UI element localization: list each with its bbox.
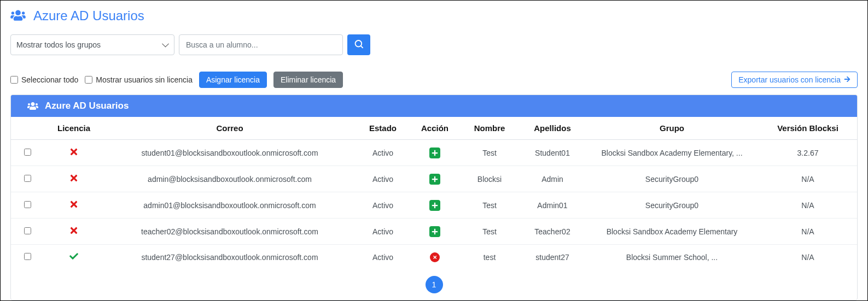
cell-nombre: test xyxy=(459,245,520,270)
select-all-input[interactable] xyxy=(10,76,18,84)
row-checkbox[interactable] xyxy=(24,149,31,156)
row-checkbox[interactable] xyxy=(24,201,31,208)
add-license-button[interactable] xyxy=(429,147,440,158)
card-header: Azure AD Usuarios xyxy=(11,95,857,117)
users-card: Azure AD Usuarios Licencia Correo Estado… xyxy=(10,95,858,300)
cell-apellidos: Admin01 xyxy=(520,192,585,219)
assign-license-button[interactable]: Asignar licencia xyxy=(199,72,267,88)
x-icon xyxy=(69,150,79,158)
remove-license-button[interactable] xyxy=(430,252,440,262)
select-all-label: Seleccionar todo xyxy=(21,75,78,84)
cell-apellidos: student27 xyxy=(520,245,585,270)
cell-correo: teacher02@blocksisandboxoutlook.onmicros… xyxy=(104,219,356,245)
users-icon xyxy=(10,9,26,23)
cell-grupo: SecurityGroup0 xyxy=(585,166,759,192)
th-apellidos: Apellidos xyxy=(520,117,585,140)
arrow-right-icon xyxy=(844,75,850,84)
cell-estado: Activo xyxy=(356,166,410,192)
row-checkbox[interactable] xyxy=(24,227,31,234)
table-row: teacher02@blocksisandboxoutlook.onmicros… xyxy=(11,219,857,245)
cell-version: N/A xyxy=(759,166,857,192)
th-nombre: Nombre xyxy=(459,117,520,140)
show-unlicensed-checkbox[interactable]: Mostrar usuarios sin licencia xyxy=(85,75,193,84)
users-table: Licencia Correo Estado Acción Nombre Ape… xyxy=(11,117,857,269)
show-unlicensed-input[interactable] xyxy=(85,76,92,84)
cell-nombre: Test xyxy=(459,219,520,245)
pagination: 1 xyxy=(11,269,857,300)
cell-estado: Activo xyxy=(356,140,410,166)
th-grupo: Grupo xyxy=(585,117,759,140)
th-accion: Acción xyxy=(410,117,459,140)
check-icon xyxy=(68,253,79,262)
add-license-button[interactable] xyxy=(429,200,440,211)
table-row: student01@blocksisandboxoutlook.onmicros… xyxy=(11,140,857,166)
group-select[interactable]: Mostrar todos los grupos xyxy=(10,34,174,55)
cell-nombre: Blocksi xyxy=(459,166,520,192)
cell-nombre: Test xyxy=(459,140,520,166)
export-licensed-label: Exportar usuarios con licencia xyxy=(738,75,841,84)
th-estado: Estado xyxy=(356,117,410,140)
cell-apellidos: Student01 xyxy=(520,140,585,166)
page-number[interactable]: 1 xyxy=(426,276,443,293)
export-licensed-button[interactable]: Exportar usuarios con licencia xyxy=(731,72,858,88)
search-button[interactable] xyxy=(347,34,370,55)
card-title: Azure AD Usuarios xyxy=(45,101,129,111)
cell-apellidos: Admin xyxy=(520,166,585,192)
table-row: student27@blocksisandboxoutlook.onmicros… xyxy=(11,245,857,270)
cell-version: 3.2.67 xyxy=(759,140,857,166)
cell-correo: admin01@blocksisandboxoutlook.onmicrosof… xyxy=(104,192,356,219)
search-input[interactable] xyxy=(179,34,343,55)
cell-grupo: SecurityGroup0 xyxy=(585,192,759,219)
cell-estado: Activo xyxy=(356,192,410,219)
cell-nombre: Test xyxy=(459,192,520,219)
add-license-button[interactable] xyxy=(429,226,440,237)
select-all-checkbox[interactable]: Seleccionar todo xyxy=(10,75,78,84)
cell-correo: student27@blocksisandboxoutlook.onmicros… xyxy=(104,245,356,270)
page-title: Azure AD Usuarios xyxy=(33,8,144,23)
table-row: admin01@blocksisandboxoutlook.onmicrosof… xyxy=(11,192,857,219)
remove-license-button[interactable]: Eliminar licencia xyxy=(273,72,343,88)
cell-correo: student01@blocksisandboxoutlook.onmicros… xyxy=(104,140,356,166)
users-icon xyxy=(27,102,38,110)
cell-apellidos: Teacher02 xyxy=(520,219,585,245)
search-icon xyxy=(354,40,363,50)
cell-grupo: Blocksi Sandbox Academy Elementary xyxy=(585,219,759,245)
search-toolbar: Mostrar todos los grupos xyxy=(10,34,858,55)
cell-grupo: Blocksi Summer School, ... xyxy=(585,245,759,270)
cell-grupo: Blocksi Sandbox Academy Elementary, ... xyxy=(585,140,759,166)
cell-version: N/A xyxy=(759,219,857,245)
actions-row: Seleccionar todo Mostrar usuarios sin li… xyxy=(10,72,858,88)
add-license-button[interactable] xyxy=(429,174,440,185)
th-licencia: Licencia xyxy=(44,117,104,140)
row-checkbox[interactable] xyxy=(24,253,31,260)
cell-version: N/A xyxy=(759,245,857,270)
x-icon xyxy=(69,228,79,237)
row-checkbox[interactable] xyxy=(24,175,31,182)
show-unlicensed-label: Mostrar usuarios sin licencia xyxy=(96,75,193,84)
cell-estado: Activo xyxy=(356,245,410,270)
th-version: Versión Blocksi xyxy=(759,117,857,140)
x-icon xyxy=(69,202,79,211)
page-header: Azure AD Usuarios xyxy=(10,8,858,23)
table-row: admin@blocksisandboxoutlook.onmicrosoft.… xyxy=(11,166,857,192)
cell-estado: Activo xyxy=(356,219,410,245)
cell-version: N/A xyxy=(759,192,857,219)
th-correo: Correo xyxy=(104,117,356,140)
x-icon xyxy=(69,176,79,185)
cell-correo: admin@blocksisandboxoutlook.onmicrosoft.… xyxy=(104,166,356,192)
